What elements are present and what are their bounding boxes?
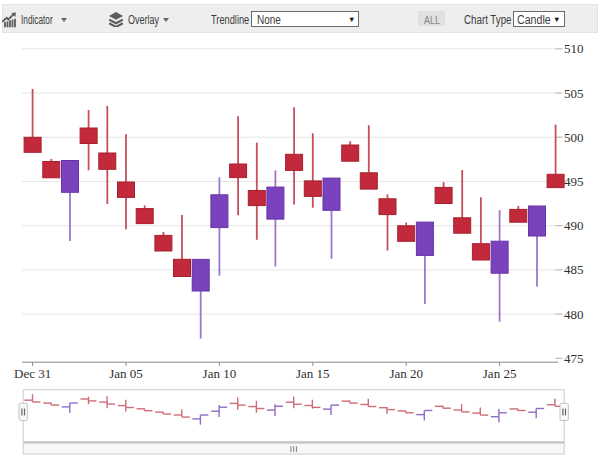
svg-text:Jan 25: Jan 25 xyxy=(483,366,517,381)
svg-text:475: 475 xyxy=(564,351,584,366)
svg-text:505: 505 xyxy=(564,86,584,101)
svg-text:Dec 31: Dec 31 xyxy=(14,366,51,381)
svg-text:495: 495 xyxy=(564,174,584,189)
svg-text:510: 510 xyxy=(564,41,584,56)
svg-text:Jan 05: Jan 05 xyxy=(109,366,143,381)
svg-text:485: 485 xyxy=(564,262,584,277)
svg-text:490: 490 xyxy=(564,218,584,233)
svg-text:Jan 10: Jan 10 xyxy=(203,366,237,381)
svg-text:500: 500 xyxy=(564,130,584,145)
svg-text:480: 480 xyxy=(564,307,584,322)
svg-text:Jan 15: Jan 15 xyxy=(296,366,330,381)
svg-text:Jan 20: Jan 20 xyxy=(389,366,423,381)
